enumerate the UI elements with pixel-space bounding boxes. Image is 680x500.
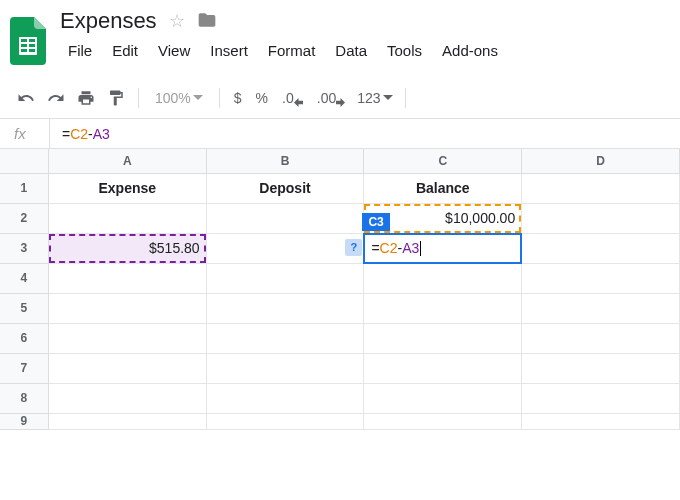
cell-c9[interactable]: [364, 413, 522, 429]
cell-d2[interactable]: [522, 203, 680, 233]
zoom-dropdown[interactable]: 100%: [147, 90, 211, 106]
cell-a1[interactable]: Expense: [48, 173, 206, 203]
cell-c8[interactable]: [364, 383, 522, 413]
cell-b8[interactable]: [206, 383, 364, 413]
row-header-8[interactable]: 8: [0, 383, 48, 413]
cell-c1[interactable]: Balance: [364, 173, 522, 203]
cell-d8[interactable]: [522, 383, 680, 413]
cell-c7[interactable]: [364, 353, 522, 383]
svg-rect-6: [29, 49, 35, 52]
row-header-6[interactable]: 6: [0, 323, 48, 353]
svg-rect-5: [21, 49, 27, 52]
cell-a7[interactable]: [48, 353, 206, 383]
sheets-logo: [8, 14, 48, 68]
menu-file[interactable]: File: [60, 38, 100, 63]
cell-c5[interactable]: [364, 293, 522, 323]
row-header-3[interactable]: 3: [0, 233, 48, 263]
cell-d7[interactable]: [522, 353, 680, 383]
text-cursor: [420, 241, 421, 256]
cell-d3[interactable]: [522, 233, 680, 263]
decrease-decimal-button[interactable]: .0: [276, 86, 309, 111]
star-icon[interactable]: ☆: [169, 10, 185, 32]
column-header-a[interactable]: A: [48, 149, 206, 173]
active-cell-editor[interactable]: =C2-A3: [363, 233, 522, 264]
cell-b9[interactable]: [206, 413, 364, 429]
cell-a6[interactable]: [48, 323, 206, 353]
column-header-b[interactable]: B: [206, 149, 364, 173]
increase-decimal-button[interactable]: .00: [311, 86, 351, 111]
cell-a9[interactable]: [48, 413, 206, 429]
row-header-1[interactable]: 1: [0, 173, 48, 203]
cell-d5[interactable]: [522, 293, 680, 323]
cell-d9[interactable]: [522, 413, 680, 429]
cell-d4[interactable]: [522, 263, 680, 293]
formula-help-icon[interactable]: ?: [345, 239, 362, 256]
cell-name-tag: C3: [362, 213, 389, 231]
cell-b1[interactable]: Deposit: [206, 173, 364, 203]
cell-b3[interactable]: [206, 233, 364, 263]
fx-label: fx: [0, 119, 50, 148]
print-button[interactable]: [72, 84, 100, 112]
paint-format-button[interactable]: [102, 84, 130, 112]
menu-format[interactable]: Format: [260, 38, 324, 63]
folder-icon[interactable]: [197, 10, 217, 33]
menu-addons[interactable]: Add-ons: [434, 38, 506, 63]
format-currency-button[interactable]: $: [228, 86, 248, 110]
cell-c6[interactable]: [364, 323, 522, 353]
cell-b4[interactable]: [206, 263, 364, 293]
cell-a4[interactable]: [48, 263, 206, 293]
row-header-4[interactable]: 4: [0, 263, 48, 293]
column-header-c[interactable]: C: [364, 149, 522, 173]
select-all-corner[interactable]: [0, 149, 48, 173]
cell-c3[interactable]: C3 ? =C2-A3: [364, 233, 522, 263]
cell-d6[interactable]: [522, 323, 680, 353]
cell-b2[interactable]: [206, 203, 364, 233]
column-header-d[interactable]: D: [522, 149, 680, 173]
cell-a5[interactable]: [48, 293, 206, 323]
svg-rect-1: [21, 39, 27, 42]
row-header-2[interactable]: 2: [0, 203, 48, 233]
cell-b7[interactable]: [206, 353, 364, 383]
cell-a3[interactable]: $515.80: [48, 233, 206, 263]
cell-a2[interactable]: [48, 203, 206, 233]
menu-data[interactable]: Data: [327, 38, 375, 63]
menu-edit[interactable]: Edit: [104, 38, 146, 63]
cell-b5[interactable]: [206, 293, 364, 323]
row-header-9[interactable]: 9: [0, 413, 48, 429]
svg-rect-4: [29, 44, 35, 47]
spreadsheet-grid[interactable]: A B C D 1 Expense Deposit Balance 2 $10,…: [0, 149, 680, 430]
formula-input[interactable]: =C2-A3: [50, 126, 110, 142]
row-header-5[interactable]: 5: [0, 293, 48, 323]
more-formats-dropdown[interactable]: 123: [353, 90, 396, 106]
cell-c4[interactable]: [364, 263, 522, 293]
cell-d1[interactable]: [522, 173, 680, 203]
menubar: File Edit View Insert Format Data Tools …: [60, 38, 672, 63]
toolbar: 100% $ % .0 .00 123: [0, 78, 680, 119]
redo-button[interactable]: [42, 84, 70, 112]
menu-tools[interactable]: Tools: [379, 38, 430, 63]
svg-rect-3: [21, 44, 27, 47]
formula-bar: fx =C2-A3: [0, 119, 680, 149]
menu-insert[interactable]: Insert: [202, 38, 256, 63]
document-title[interactable]: Expenses: [60, 8, 157, 34]
format-percent-button[interactable]: %: [250, 86, 274, 110]
svg-rect-2: [29, 39, 35, 42]
undo-button[interactable]: [12, 84, 40, 112]
cell-b6[interactable]: [206, 323, 364, 353]
row-header-7[interactable]: 7: [0, 353, 48, 383]
menu-view[interactable]: View: [150, 38, 198, 63]
cell-a8[interactable]: [48, 383, 206, 413]
